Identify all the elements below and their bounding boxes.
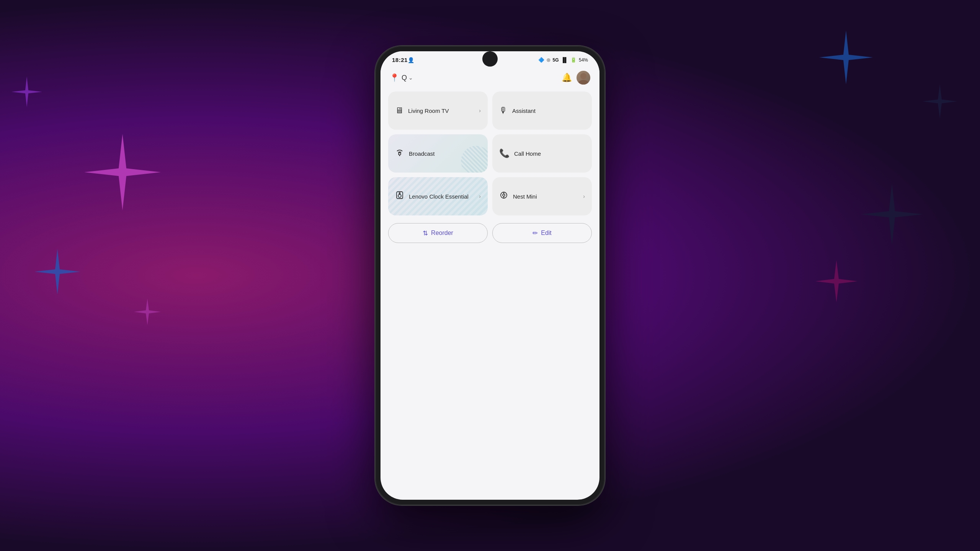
sparkle-2 bbox=[84, 134, 161, 210]
location-dot: ◎ bbox=[547, 57, 550, 62]
bottom-buttons: ⇅ Reorder ✏ Edit bbox=[381, 222, 599, 243]
sparkle-3 bbox=[34, 249, 80, 295]
reorder-label: Reorder bbox=[431, 230, 453, 236]
svg-point-2 bbox=[399, 153, 401, 155]
device-grid: 🖥 Living Room TV › 🎙 Assistant bbox=[381, 88, 599, 222]
grid-row-1: 🖥 Living Room TV › 🎙 Assistant bbox=[388, 91, 592, 130]
mic-icon: 🎙 bbox=[499, 106, 508, 116]
sparkle-5 bbox=[923, 84, 957, 119]
reorder-button[interactable]: ⇅ Reorder bbox=[388, 223, 488, 243]
edit-label: Edit bbox=[541, 230, 552, 236]
tv-icon: 🖥 bbox=[395, 106, 403, 116]
grid-row-2: Broadcast 📞 Call Home bbox=[388, 134, 592, 173]
broadcast-card[interactable]: Broadcast bbox=[388, 134, 488, 173]
home-label-text: Q bbox=[402, 74, 407, 82]
phone-body: 18:21 👤 🔷 ◎ 5G ▐▌ 🔋 54% 📍 Q bbox=[375, 46, 605, 505]
sparkle-7 bbox=[815, 260, 858, 302]
svg-rect-4 bbox=[397, 192, 403, 199]
grid-row-3: Lenovo Clock Essential › Nest bbox=[388, 177, 592, 215]
home-label[interactable]: Q ⌄ bbox=[402, 74, 413, 82]
location-pin-icon: 📍 bbox=[390, 73, 399, 82]
phone-screen: 18:21 👤 🔷 ◎ 5G ▐▌ 🔋 54% 📍 Q bbox=[381, 51, 599, 500]
edit-icon: ✏ bbox=[532, 229, 538, 237]
header-right: 🔔 bbox=[562, 71, 590, 85]
svg-point-0 bbox=[580, 73, 586, 79]
status-icons: 🔷 ◎ 5G ▐▌ 🔋 54% bbox=[538, 57, 588, 63]
phone-container: 18:21 👤 🔷 ◎ 5G ▐▌ 🔋 54% 📍 Q bbox=[375, 46, 605, 505]
reorder-icon: ⇅ bbox=[423, 229, 428, 237]
sparkle-6 bbox=[861, 184, 923, 245]
chevron-right-icon: › bbox=[479, 108, 481, 114]
battery-icon: 🔋 bbox=[570, 57, 577, 63]
avatar[interactable] bbox=[577, 71, 590, 85]
status-user-icon: 👤 bbox=[408, 57, 414, 63]
signal-label: 5G bbox=[553, 57, 559, 63]
broadcast-label: Broadcast bbox=[409, 150, 481, 157]
svg-point-6 bbox=[399, 193, 400, 194]
signal-bars: ▐▌ bbox=[561, 57, 568, 63]
sparkle-8 bbox=[134, 298, 161, 325]
call-home-card[interactable]: 📞 Call Home bbox=[492, 134, 592, 173]
chevron-right-icon-3: › bbox=[583, 193, 585, 199]
broadcast-icon bbox=[395, 148, 404, 159]
chevron-down-icon: ⌄ bbox=[408, 75, 413, 81]
lenovo-clock-card[interactable]: Lenovo Clock Essential › bbox=[388, 177, 488, 215]
lenovo-clock-label: Lenovo Clock Essential bbox=[409, 193, 474, 200]
camera-notch bbox=[482, 51, 498, 67]
chevron-right-icon-2: › bbox=[479, 193, 481, 199]
living-room-tv-card[interactable]: 🖥 Living Room TV › bbox=[388, 91, 488, 130]
assistant-label: Assistant bbox=[512, 108, 585, 114]
app-header: 📍 Q ⌄ 🔔 bbox=[381, 66, 599, 88]
speaker-icon bbox=[395, 191, 404, 202]
phone-icon: 📞 bbox=[499, 148, 510, 158]
nest-mini-label: Nest Mini bbox=[513, 193, 578, 200]
sparkle-4 bbox=[819, 31, 873, 84]
svg-point-5 bbox=[398, 194, 401, 197]
living-room-tv-label: Living Room TV bbox=[408, 108, 474, 114]
header-left[interactable]: 📍 Q ⌄ bbox=[390, 73, 413, 82]
nest-mini-card[interactable]: Nest Mini › bbox=[492, 177, 592, 215]
svg-point-1 bbox=[578, 80, 588, 85]
status-time: 18:21 bbox=[392, 57, 408, 63]
call-home-label: Call Home bbox=[514, 150, 585, 157]
bluetooth-icon: 🔷 bbox=[538, 57, 544, 63]
edit-button[interactable]: ✏ Edit bbox=[492, 223, 592, 243]
assistant-card[interactable]: 🎙 Assistant bbox=[492, 91, 592, 130]
battery-level: 54% bbox=[579, 57, 588, 63]
sparkle-1 bbox=[11, 77, 42, 107]
bell-icon[interactable]: 🔔 bbox=[562, 73, 572, 83]
svg-point-8 bbox=[503, 194, 505, 196]
smart-speaker-icon bbox=[499, 191, 508, 202]
